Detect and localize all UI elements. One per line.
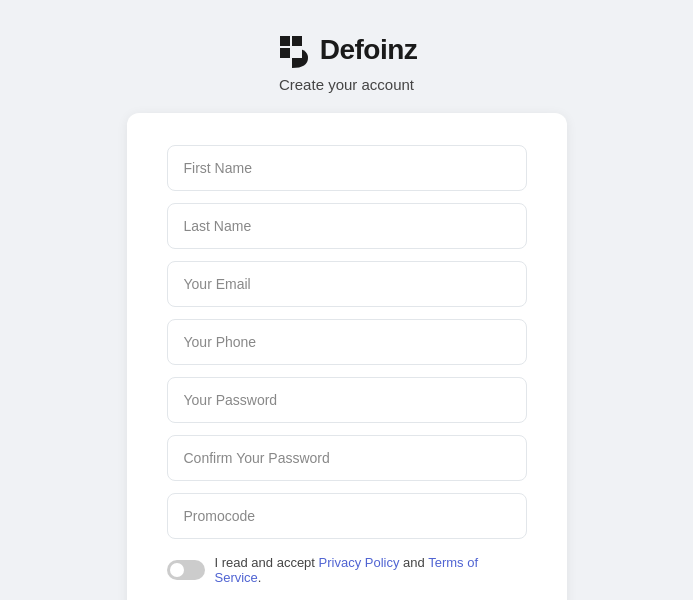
promocode-input[interactable] [167, 493, 527, 539]
confirm-password-group [167, 435, 527, 481]
last-name-group [167, 203, 527, 249]
email-group [167, 261, 527, 307]
svg-rect-3 [292, 48, 302, 58]
signup-card: I read and accept Privacy Policy and Ter… [127, 113, 567, 600]
svg-rect-1 [292, 36, 302, 46]
terms-row: I read and accept Privacy Policy and Ter… [167, 555, 527, 585]
terms-text: I read and accept Privacy Policy and Ter… [215, 555, 527, 585]
svg-rect-2 [280, 48, 290, 58]
confirm-password-input[interactable] [167, 435, 527, 481]
privacy-policy-link[interactable]: Privacy Policy [319, 555, 400, 570]
logo: Defoinz [276, 32, 418, 68]
toggle-thumb [170, 563, 184, 577]
terms-mid-text: and [400, 555, 429, 570]
page-header: Defoinz Create your account [276, 0, 418, 93]
terms-pre-text: I read and accept [215, 555, 319, 570]
page-subtitle: Create your account [279, 76, 414, 93]
terms-toggle[interactable] [167, 560, 205, 580]
password-group [167, 377, 527, 423]
logo-text: Defoinz [320, 34, 418, 66]
phone-input[interactable] [167, 319, 527, 365]
terms-end-text: . [258, 570, 262, 585]
toggle-track [167, 560, 205, 580]
signup-form: I read and accept Privacy Policy and Ter… [167, 145, 527, 600]
last-name-input[interactable] [167, 203, 527, 249]
first-name-input[interactable] [167, 145, 527, 191]
promocode-group [167, 493, 527, 539]
password-input[interactable] [167, 377, 527, 423]
svg-rect-0 [280, 36, 290, 46]
defoinz-icon [276, 32, 312, 68]
email-input[interactable] [167, 261, 527, 307]
first-name-group [167, 145, 527, 191]
phone-group [167, 319, 527, 365]
